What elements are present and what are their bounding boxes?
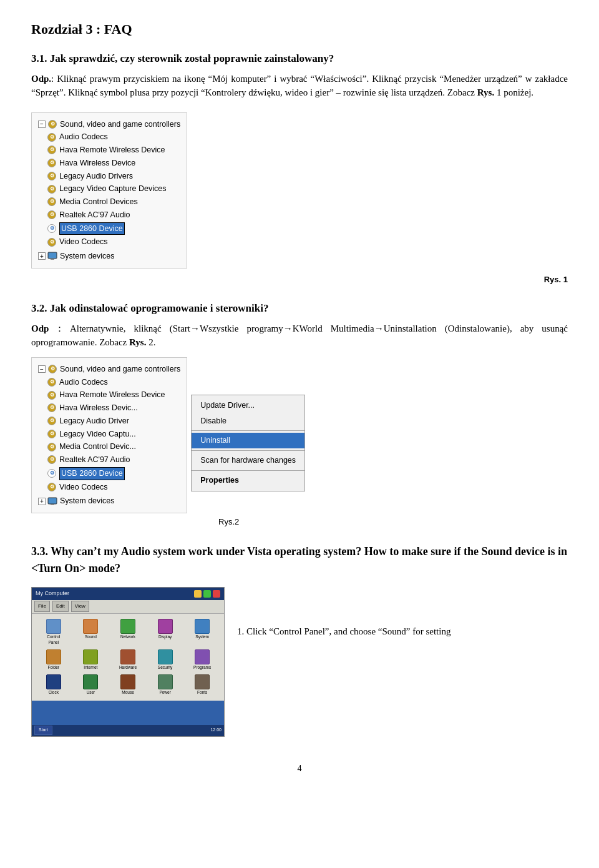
system-icon (47, 251, 57, 261)
item-icon: ⚙ (47, 455, 57, 465)
item-icon: ⚙ (47, 416, 57, 426)
page-number: 4 (31, 762, 568, 775)
item-icon: ⚙ (47, 377, 57, 387)
system-icon-2 (47, 496, 57, 506)
item-label: Media Control Devic... (59, 441, 136, 453)
context-menu-disable[interactable]: Disable (192, 413, 304, 429)
figure-1-container: − ⚙ Sound, video and game controllers ⚙ … (31, 105, 568, 286)
tree-item-usb-highlighted[interactable]: ⚙ USB 2860 Device (47, 222, 180, 236)
root-label-2: Sound, video and game controllers (60, 363, 180, 375)
desktop-icon[interactable]: Network (111, 619, 145, 646)
t2-video-codecs: ⚙ Video Codecs (47, 481, 180, 494)
toolbar-btn[interactable]: View (71, 601, 89, 612)
desktop-icon[interactable]: Display (149, 619, 182, 646)
item-label: Legacy Audio Driver (59, 415, 129, 427)
desktop-icon[interactable]: System (185, 619, 219, 646)
expand-icon-2[interactable]: + (38, 498, 46, 505)
svg-rect-3 (51, 504, 54, 505)
icon-img (46, 674, 61, 689)
desktop-icon[interactable]: Security (149, 649, 182, 671)
icon-label: Mouse (122, 689, 134, 696)
desktop-icon[interactable]: Clock (37, 674, 71, 696)
t2-media-control: ⚙ Media Control Devic... (47, 440, 180, 453)
device-tree-1: − ⚙ Sound, video and game controllers ⚙ … (31, 112, 187, 269)
desktop-icon[interactable]: Sound (74, 619, 108, 646)
answer-text-2: ：Alternatywnie, kliknąć (Start→Wszystkie… (31, 323, 568, 348)
desktop-icon[interactable]: Fonts (185, 674, 219, 696)
desktop-icon[interactable]: Folder (37, 649, 71, 671)
item-label: Hava Remote Wireless Device (59, 144, 165, 156)
item-icon: ⚙ (47, 403, 57, 413)
root-label: Sound, video and game controllers (60, 119, 180, 131)
win-maximize[interactable] (203, 590, 211, 598)
toolbar-btn[interactable]: File (34, 601, 50, 612)
system-label: System devices (60, 250, 115, 262)
t2-hava-wireless: ⚙ Hava Wireless Devic... (47, 402, 180, 415)
svg-rect-2 (48, 498, 57, 504)
item-icon: ⚙ (47, 237, 57, 247)
icon-img (195, 649, 210, 664)
menu-divider-2 (192, 450, 304, 451)
item-label: Video Codecs (59, 481, 108, 493)
rys-bold-2: Rys. (129, 337, 146, 347)
item-icon: ⚙ (47, 171, 57, 181)
t2-hava-remote: ⚙ Hava Remote Wireless Device (47, 388, 180, 402)
screenshot-titlebar: My Computer (32, 588, 224, 600)
item-label: Legacy Audio Drivers (59, 170, 133, 182)
expand-icon[interactable]: + (38, 252, 46, 260)
t2-realtek: ⚙ Realtek AC'97 Audio (47, 453, 180, 466)
desktop-icon[interactable]: Hardware (111, 649, 145, 671)
item-label: Legacy Video Captu... (59, 428, 136, 440)
item-icon: ⚙ (47, 390, 57, 400)
screenshot-content: Control Panel Sound Network Display (32, 614, 224, 701)
icon-img (83, 649, 98, 664)
context-menu-scan[interactable]: Scan for hardware changes (192, 453, 304, 468)
start-button[interactable]: Start (34, 726, 52, 735)
tree-item-media-control: ⚙ Media Control Devices (47, 195, 180, 209)
t2-legacy-audio: ⚙ Legacy Audio Driver (47, 415, 180, 428)
icon-label: System (195, 634, 209, 640)
menu-divider-3 (192, 470, 304, 471)
win-close[interactable] (213, 590, 220, 598)
figure-2-container: − ⚙ Sound, video and game controllers ⚙ … (31, 357, 568, 513)
svg-rect-0 (48, 252, 57, 259)
context-menu-update-driver[interactable]: Update Driver... (192, 398, 304, 413)
icon-img (120, 649, 135, 664)
desktop-icon[interactable]: User (74, 674, 108, 696)
tree2-root-row: − ⚙ Sound, video and game controllers (38, 363, 180, 376)
win-minimize[interactable] (194, 590, 202, 598)
desktop-icon[interactable]: Control Panel (37, 619, 71, 646)
taskbar-clock: 12:00 (210, 727, 222, 734)
icon-label: User (87, 689, 95, 696)
toolbar-btn[interactable]: Edit (52, 601, 69, 612)
icon-img (120, 619, 135, 634)
odp-label: Odp (31, 323, 49, 333)
root-icon-2: ⚙ (47, 364, 57, 374)
icon-label: Sound (85, 634, 97, 640)
tree-item-audio-codecs: ⚙ Audio Codecs (47, 131, 180, 144)
item-icon: ⚙ (47, 224, 57, 234)
root-icon: ⚙ (47, 119, 57, 129)
desktop-icon[interactable]: Power (149, 674, 182, 696)
answer-label: Odp. (31, 74, 51, 84)
figure-2-label: Rys.2 (218, 516, 568, 528)
desktop-icon[interactable]: Internet (74, 649, 108, 671)
t2-audio-codecs: ⚙ Audio Codecs (47, 376, 180, 389)
item-icon: ⚙ (47, 158, 57, 168)
context-menu-uninstall[interactable]: Uninstall (192, 433, 304, 448)
desktop-icon[interactable]: Mouse (111, 674, 145, 696)
collapse-icon[interactable]: − (38, 121, 46, 128)
tree-item-legacy-audio: ⚙ Legacy Audio Drivers (47, 170, 180, 183)
desktop-icon[interactable]: Programs (185, 649, 219, 671)
collapse-icon-2[interactable]: − (38, 365, 46, 373)
section-3-1-heading: 3.1. Jak sprawdzić, czy sterownik został… (31, 51, 568, 67)
item-icon: ⚙ (47, 197, 57, 207)
icon-label: Power (159, 689, 170, 696)
item-label: Realtek AC'97 Audio (59, 454, 130, 466)
tree-item-hava-remote: ⚙ Hava Remote Wireless Device (47, 144, 180, 157)
item-icon: ⚙ (47, 132, 57, 142)
icon-label: Network (120, 634, 135, 640)
t2-usb-highlighted[interactable]: ⚙ USB 2860 Device (47, 466, 180, 481)
context-menu-properties[interactable]: Properties (192, 473, 304, 488)
tree-item-realtek: ⚙ Realtek AC'97 Audio (47, 209, 180, 222)
